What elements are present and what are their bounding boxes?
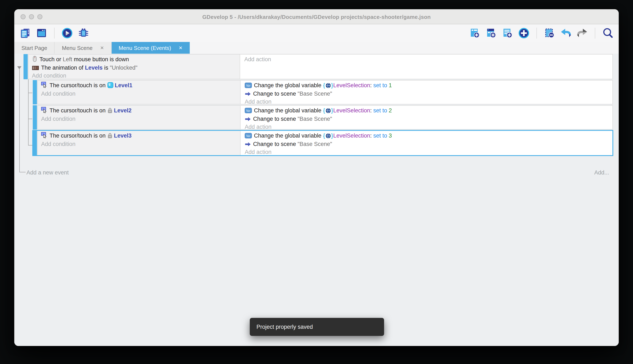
- scene-name: "Base Scene": [298, 141, 332, 147]
- delete-selection-icon: [544, 27, 555, 39]
- tab-close-icon[interactable]: ✕: [179, 45, 182, 50]
- tab-label: Menu Scene (Events): [119, 45, 171, 51]
- action-line[interactable]: Change to scene "Base Scene": [245, 115, 608, 123]
- action-line[interactable]: Change to scene "Base Scene": [245, 140, 608, 148]
- scene-name: "Base Scene": [298, 90, 332, 97]
- event-body: The cursor/touch is on 1 Level1 Add cond…: [37, 80, 613, 104]
- action-line[interactable]: Change to scene "Base Scene": [245, 90, 608, 98]
- level1-button-icon: 1: [108, 82, 114, 88]
- add-sub-event-icon: [485, 27, 497, 39]
- conditions-column: The cursor/touch is on 1 Level1 Add cond…: [38, 80, 240, 104]
- variable-name: LevelSelection: [333, 82, 370, 88]
- add-event-icon: [469, 27, 481, 39]
- toolbar-left-group: [19, 27, 89, 39]
- svg-text:Var: Var: [246, 134, 251, 138]
- conditions-column: Touch or Left mouse button is down The a…: [29, 54, 240, 79]
- redo-icon: [576, 27, 588, 39]
- tab-menu-scene-events[interactable]: Menu Scene (Events) ✕: [111, 42, 189, 54]
- action-line[interactable]: Var Change the global variable { }LevelS…: [245, 132, 608, 140]
- condition-param: Left: [63, 56, 72, 62]
- variable-name: LevelSelection: [333, 107, 370, 114]
- brace-close: }: [331, 107, 333, 114]
- event-row-main[interactable]: Touch or Left mouse button is down The a…: [24, 54, 613, 79]
- condition-line[interactable]: Touch or Left mouse button is down: [32, 55, 236, 64]
- object-name: Level2: [114, 107, 132, 114]
- debug-button[interactable]: [78, 27, 89, 39]
- tab-bar-empty-space: [190, 42, 619, 54]
- add-action-button[interactable]: Add action: [244, 55, 608, 64]
- value-number: 2: [389, 107, 392, 114]
- cursor-on-icon: [41, 82, 48, 88]
- lock-icon: [108, 132, 113, 138]
- tab-start-page[interactable]: Start Page: [14, 42, 55, 54]
- add-more-button[interactable]: [518, 27, 530, 39]
- action-text: Change the global variable: [254, 82, 323, 88]
- add-sub-event-button[interactable]: [485, 27, 497, 39]
- condition-line[interactable]: The cursor/touch is on Level2: [41, 106, 237, 115]
- action-text: Change to scene: [253, 116, 298, 122]
- svg-text:Var: Var: [246, 84, 251, 87]
- add-condition-button[interactable]: Add condition: [41, 90, 237, 98]
- add-condition-button[interactable]: Add condition: [41, 140, 237, 148]
- tab-close-icon[interactable]: ✕: [100, 45, 104, 50]
- debug-bug-icon: [78, 27, 89, 39]
- screenshot-stage: GDevelop 5 - /Users/dkarakay/Documents/G…: [0, 0, 633, 364]
- condition-line[interactable]: The cursor/touch is on Level3: [41, 132, 237, 140]
- toast-notification: Project properly saved: [250, 318, 384, 336]
- add-new-event-row: Add a new event Add...: [14, 168, 619, 176]
- add-comment-button[interactable]: [502, 27, 513, 39]
- tab-label: Start Page: [22, 45, 47, 51]
- gdevelop-window: GDevelop 5 - /Users/dkarakay/Documents/G…: [14, 9, 619, 346]
- add-condition-button[interactable]: Add condition: [41, 115, 237, 123]
- scene-editor-button[interactable]: [36, 27, 48, 39]
- brace-open: {: [323, 82, 325, 88]
- delete-selection-button[interactable]: [544, 27, 555, 39]
- search-icon: [602, 27, 614, 39]
- operator-text: set to: [373, 82, 389, 88]
- event-row-level1[interactable]: The cursor/touch is on 1 Level1 Add cond…: [33, 80, 613, 104]
- search-button[interactable]: [602, 27, 614, 39]
- redo-button[interactable]: [576, 27, 588, 39]
- action-line[interactable]: Var Change the global variable { }LevelS…: [245, 81, 608, 90]
- add-event-button[interactable]: [469, 27, 481, 39]
- add-comment-icon: [502, 27, 513, 39]
- actions-column: Add action: [240, 54, 612, 79]
- project-manager-button[interactable]: [19, 27, 31, 39]
- condition-line[interactable]: The cursor/touch is on 1 Level1: [41, 81, 237, 90]
- toast-message: Project properly saved: [256, 324, 313, 330]
- titlebar: GDevelop 5 - /Users/dkarakay/Documents/G…: [14, 9, 619, 24]
- add-new-event-button[interactable]: Add a new event: [27, 169, 69, 176]
- action-text: :: [370, 82, 373, 88]
- action-text: :: [370, 107, 373, 114]
- add-action-button[interactable]: Add action: [245, 123, 608, 129]
- action-text: Change to scene: [253, 141, 298, 147]
- toolbar: [14, 24, 619, 42]
- add-action-button[interactable]: Add action: [245, 148, 608, 155]
- add-condition-button[interactable]: Add condition: [32, 72, 236, 79]
- operator-text: set to: [373, 132, 389, 139]
- collapse-event-arrow-icon[interactable]: [17, 66, 22, 69]
- play-icon: [61, 27, 73, 40]
- scene-name: "Base Scene": [298, 116, 332, 122]
- add-circle-icon: [518, 27, 530, 40]
- condition-text: The cursor/touch is on: [50, 132, 107, 139]
- add-action-button[interactable]: Add action: [245, 98, 608, 104]
- condition-line[interactable]: The animation of Levels is "Unlocked": [32, 64, 236, 72]
- tab-menu-scene[interactable]: Menu Scene ✕: [55, 42, 111, 54]
- condition-text: The cursor/touch is on: [50, 82, 107, 88]
- event-row-level3[interactable]: The cursor/touch is on Level3 Add condit…: [33, 130, 613, 156]
- condition-text: mouse button is down: [72, 56, 129, 62]
- action-line[interactable]: Var Change the global variable { }LevelS…: [245, 106, 608, 115]
- toolbar-divider: [536, 28, 537, 38]
- action-text: Change the global variable: [254, 132, 323, 139]
- tree-line: [19, 69, 20, 172]
- actions-column: Var Change the global variable { }LevelS…: [240, 80, 612, 104]
- add-more-link[interactable]: Add...: [594, 169, 609, 176]
- tree-line: [28, 119, 32, 119]
- tab-bar: Start Page Menu Scene ✕ Menu Scene (Even…: [14, 42, 619, 54]
- event-row-level2[interactable]: The cursor/touch is on Level2 Add condit…: [33, 105, 613, 130]
- variable-icon: Var: [245, 82, 252, 88]
- svg-text:Var: Var: [246, 109, 251, 112]
- preview-button[interactable]: [61, 27, 73, 39]
- undo-button[interactable]: [560, 27, 572, 39]
